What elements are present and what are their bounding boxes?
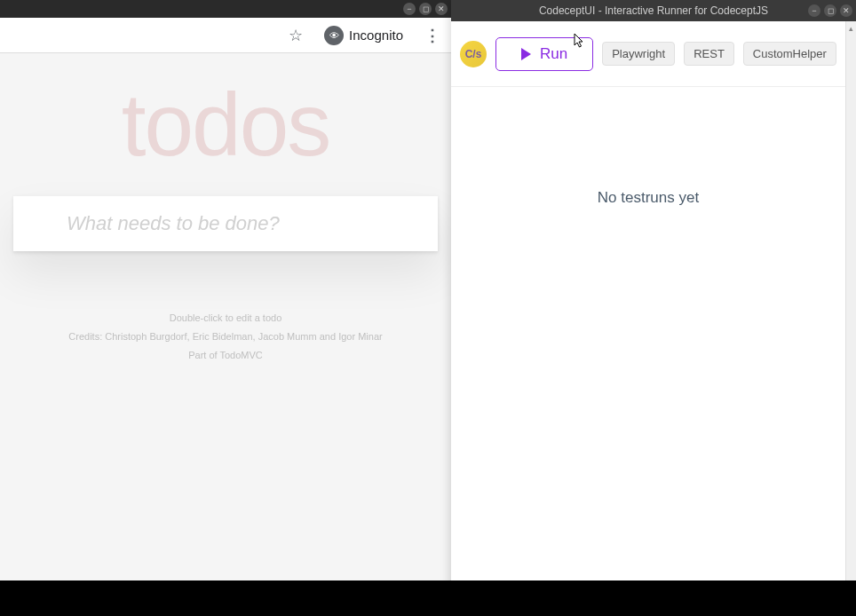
close-icon[interactable]: ✕ xyxy=(435,3,448,15)
run-button[interactable]: Run xyxy=(495,37,593,71)
close-icon[interactable]: ✕ xyxy=(840,4,852,17)
browser-window: − ◻ ✕ ☆ 👁 Incognito ⋮ todos Double-click… xyxy=(0,0,451,616)
codecept-titlebar[interactable]: CodeceptUI - Interactive Runner for Code… xyxy=(451,0,856,21)
browser-toolbar: ☆ 👁 Incognito ⋮ xyxy=(0,18,451,53)
codecept-toolbar: C/s Run Playwright REST CustomHelper xyxy=(451,21,845,87)
bookmark-star-icon[interactable]: ☆ xyxy=(289,26,303,45)
desktop-taskbar xyxy=(0,580,856,616)
todo-input[interactable] xyxy=(13,196,438,251)
todo-title: todos xyxy=(0,80,451,169)
minimize-icon[interactable]: − xyxy=(403,3,416,15)
scrollbar[interactable]: ▴ ▾ xyxy=(845,21,856,616)
footer-partof: Part of TodoMVC xyxy=(0,346,451,365)
codecept-body: C/s Run Playwright REST CustomHelper No … xyxy=(451,21,856,616)
footer-hint: Double-click to edit a todo xyxy=(0,309,451,328)
play-icon xyxy=(521,48,531,60)
maximize-icon[interactable]: ◻ xyxy=(824,4,836,17)
todo-input-container xyxy=(13,195,438,251)
incognito-icon: 👁 xyxy=(324,26,344,45)
run-label: Run xyxy=(540,45,567,63)
codecept-window: CodeceptUI - Interactive Runner for Code… xyxy=(451,0,856,616)
scroll-up-icon[interactable]: ▴ xyxy=(846,21,856,36)
minimize-icon[interactable]: − xyxy=(808,4,820,17)
incognito-label: Incognito xyxy=(349,28,403,43)
browser-titlebar: − ◻ ✕ xyxy=(0,0,451,18)
footer-credits: Credits: Christoph Burgdorf, Eric Bidelm… xyxy=(0,328,451,346)
helper-playwright[interactable]: Playwright xyxy=(602,42,675,66)
maximize-icon[interactable]: ◻ xyxy=(419,3,432,15)
codecept-logo-icon: C/s xyxy=(460,41,487,67)
browser-menu-icon[interactable]: ⋮ xyxy=(424,26,440,45)
incognito-badge[interactable]: 👁 Incognito xyxy=(315,22,412,49)
window-title: CodeceptUI - Interactive Runner for Code… xyxy=(539,4,768,17)
testrun-empty-state: No testruns yet xyxy=(451,87,845,207)
empty-message: No testruns yet xyxy=(598,189,699,206)
helper-custom[interactable]: CustomHelper xyxy=(743,42,836,66)
helper-rest[interactable]: REST xyxy=(684,42,734,66)
todo-app: todos Double-click to edit a todo Credit… xyxy=(0,53,451,365)
todo-footer: Double-click to edit a todo Credits: Chr… xyxy=(0,309,451,365)
